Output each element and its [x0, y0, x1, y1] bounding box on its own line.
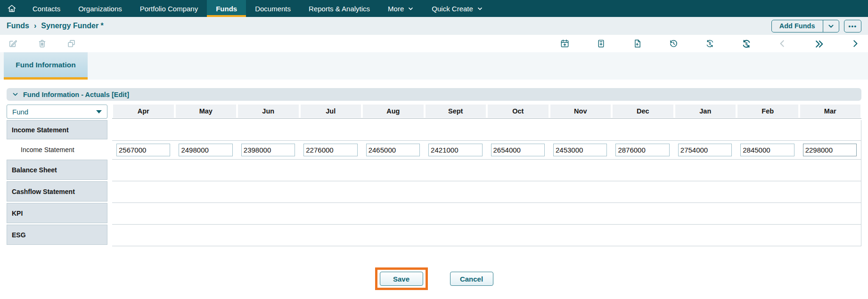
value-cell-nov [549, 144, 611, 156]
value-cell-jun [237, 144, 299, 156]
edit-icon[interactable] [8, 39, 18, 48]
month-header-apr: Apr [113, 105, 174, 118]
income-input-jun[interactable] [241, 144, 295, 156]
income-input-dec[interactable] [615, 144, 669, 156]
row-label-income-statement-child[interactable]: Income Statement [7, 141, 107, 158]
calendar-add-icon[interactable] [560, 39, 570, 48]
breadcrumb-funds[interactable]: Funds [7, 22, 29, 30]
nav-item-reports-analytics[interactable]: Reports & Analytics [300, 0, 379, 17]
income-input-apr[interactable] [116, 144, 170, 156]
row-label-esg[interactable]: ESG [7, 225, 107, 245]
nav-item-portfolio-company[interactable]: Portfolio Company [131, 0, 207, 17]
nav-label: Contacts [33, 5, 60, 13]
chevron-left-icon [778, 39, 787, 48]
nav-item-quick-create[interactable]: Quick Create [423, 0, 492, 17]
row-labels-column: Income Statement Income Statement Balanc… [7, 120, 107, 246]
more-actions-button[interactable]: ••• [844, 20, 861, 32]
save-button-highlight: Save [375, 267, 428, 290]
value-cell-dec [611, 144, 673, 156]
data-row-income-statement-group [112, 120, 861, 141]
section-header-actuals[interactable]: Fund Information - Actuals [Edit] [7, 88, 861, 101]
grid-header-row: Fund Apr May Jun Jul Aug Sept Oct Nov De… [7, 105, 861, 119]
value-cell-mar [799, 144, 861, 156]
value-cell-aug [362, 144, 424, 156]
nav-label: Organizations [78, 5, 122, 13]
row-label-kpi[interactable]: KPI [7, 203, 107, 223]
income-input-oct[interactable] [491, 144, 545, 156]
delete-icon[interactable] [37, 39, 47, 48]
month-header-mar: Mar [800, 105, 861, 118]
breadcrumb-bar: Funds › Synergy Funder * Add Funds ••• [0, 17, 868, 35]
row-label-income-statement-group[interactable]: Income Statement [7, 120, 107, 139]
tab-fund-information[interactable]: Fund Information [4, 52, 88, 80]
month-header-row: Apr May Jun Jul Aug Sept Oct Nov Dec Jan… [112, 105, 861, 119]
breadcrumb-current-record: Synergy Funder * [41, 22, 103, 30]
add-funds-dropdown-button[interactable] [823, 20, 839, 32]
record-toolbar: $ $ [0, 35, 868, 52]
income-input-aug[interactable] [366, 144, 420, 156]
income-input-jan[interactable] [678, 144, 732, 156]
chevron-down-icon [408, 6, 414, 12]
home-icon [7, 3, 17, 14]
breadcrumb-separator: › [34, 22, 36, 30]
nav-label: Reports & Analytics [309, 5, 370, 13]
income-input-mar[interactable] [803, 144, 857, 156]
month-header-may: May [176, 105, 237, 118]
chevron-down-icon [477, 6, 483, 12]
form-footer: Save Cancel [0, 267, 868, 290]
fund-selector[interactable]: Fund [7, 105, 107, 119]
cancel-button[interactable]: Cancel [450, 272, 493, 286]
main-content: Fund Information - Actuals [Edit] Fund A… [0, 80, 868, 290]
value-cell-oct [487, 144, 549, 156]
value-cell-jan [674, 144, 736, 156]
clone-icon[interactable] [66, 39, 76, 48]
svg-text:$: $ [745, 41, 747, 46]
month-header-oct: Oct [488, 105, 549, 118]
nav-item-funds[interactable]: Funds [207, 0, 246, 17]
value-cell-may [174, 144, 237, 156]
month-header-dec: Dec [613, 105, 673, 118]
data-row-balance-sheet [112, 160, 861, 181]
nav-item-more[interactable]: More [379, 0, 423, 17]
data-row-esg [112, 225, 861, 246]
row-label-cashflow-statement[interactable]: Cashflow Statement [7, 181, 107, 202]
income-input-jul[interactable] [303, 144, 357, 156]
month-header-aug: Aug [363, 105, 424, 118]
history-icon[interactable] [669, 39, 679, 48]
dropdown-triangle-icon [96, 110, 102, 113]
nav-item-documents[interactable]: Documents [246, 0, 300, 17]
double-chevron-right-icon[interactable] [814, 39, 824, 48]
selector-column: Fund [7, 105, 107, 119]
currency-sync-icon[interactable]: $ [741, 39, 751, 48]
income-input-nov[interactable] [553, 144, 607, 156]
month-header-jun: Jun [238, 105, 299, 118]
nav-label: More [388, 5, 404, 13]
nav-label: Funds [216, 5, 237, 13]
home-button[interactable] [0, 0, 24, 17]
page-actions: Add Funds ••• [771, 20, 861, 32]
chevron-right-icon[interactable] [850, 39, 860, 48]
chevron-down-icon [827, 23, 835, 30]
nav-label: Documents [255, 5, 291, 13]
toolbar-right-group: $ $ [560, 39, 860, 48]
value-cell-jul [299, 144, 361, 156]
income-input-feb[interactable] [740, 144, 794, 156]
save-button[interactable]: Save [380, 272, 423, 286]
file-add-icon[interactable] [632, 39, 642, 48]
add-funds-button[interactable]: Add Funds [772, 20, 823, 32]
nav-item-organizations[interactable]: Organizations [69, 0, 131, 17]
actuals-grid: Fund Apr May Jun Jul Aug Sept Oct Nov De… [7, 105, 861, 246]
currency-refresh-icon[interactable]: $ [705, 39, 715, 48]
tab-strip: Fund Information [0, 52, 868, 80]
month-header-sept: Sept [426, 105, 486, 118]
toolbar-left-group [8, 39, 76, 48]
row-label-balance-sheet[interactable]: Balance Sheet [7, 160, 107, 180]
month-header-jan: Jan [675, 105, 736, 118]
income-input-sept[interactable] [428, 144, 482, 156]
nav-item-contacts[interactable]: Contacts [24, 0, 69, 17]
data-row-income-statement-values [112, 141, 861, 160]
income-input-may[interactable] [179, 144, 232, 156]
grid-body: Income Statement Income Statement Balanc… [7, 120, 861, 246]
value-cell-apr [112, 144, 174, 156]
board-add-icon[interactable] [596, 39, 606, 48]
